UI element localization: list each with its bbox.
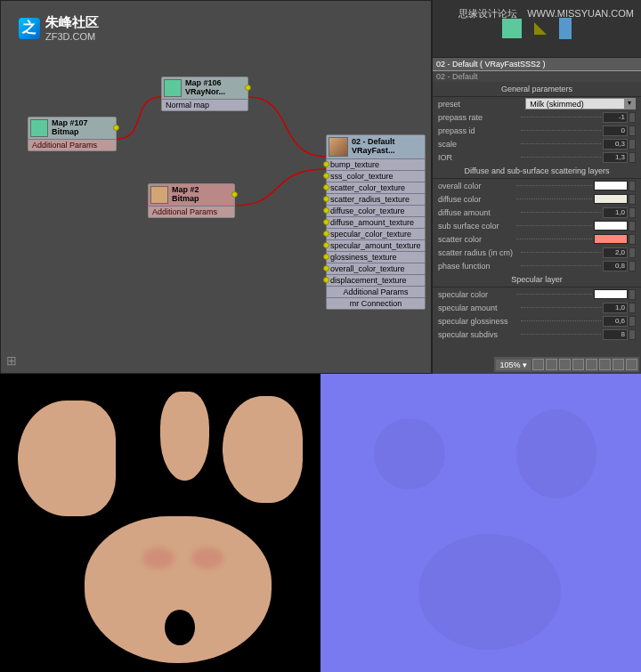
tool-icon[interactable] (626, 359, 637, 370)
color-swatch[interactable] (594, 289, 628, 299)
node-title: 02 - DefaultVRayFast... (352, 138, 395, 156)
param-label: scatter radius (in cm) (438, 248, 519, 257)
node-footer[interactable]: mr Connection (327, 297, 425, 309)
param-value-input[interactable]: 0 (603, 125, 628, 136)
navigator-icon[interactable]: ⊞ (6, 353, 17, 368)
param-row: sub surface color (433, 219, 641, 232)
output-socket[interactable] (113, 125, 119, 131)
material-preview-icon (329, 137, 348, 157)
param-value-input[interactable]: 2,0 (603, 247, 628, 258)
input-socket[interactable] (323, 207, 329, 214)
node-slot-normal[interactable]: Normal map (162, 99, 247, 110)
param-value-input[interactable]: 0,3 (603, 139, 628, 150)
param-value-input[interactable]: 1,0 (603, 207, 628, 218)
material-slot-diffuse_amount_texture[interactable]: diffuse_amount_texture (327, 216, 425, 228)
spinner-control[interactable] (629, 194, 636, 205)
param-row: scale0,3 (433, 137, 641, 150)
material-slot-scatter_color_texture[interactable]: scatter_color_texture (327, 182, 425, 193)
param-label: specular amount (438, 304, 519, 312)
input-socket[interactable] (323, 196, 329, 202)
node-editor-canvas[interactable]: 之 朱峰社区 ZF3D.COM Map #107Bitmap Additiona… (0, 0, 432, 374)
preset-dropdown[interactable]: Milk (skimmed) ▾ (525, 98, 636, 109)
spinner-control[interactable] (629, 316, 636, 327)
param-value-input[interactable]: 8 (603, 329, 628, 340)
material-slot-displacement_texture[interactable]: displacement_texture (327, 274, 425, 286)
sample-swatch[interactable] (559, 18, 572, 39)
spinner-control[interactable] (629, 152, 636, 163)
material-slot-specular_color_texture[interactable]: specular_color_texture (327, 228, 425, 239)
panel-title: 02 - Default ( VRayFastSSS2 ) (433, 58, 641, 71)
node-material-vrayfastsss[interactable]: 02 - DefaultVRayFast... bump_texturesss_… (326, 134, 426, 310)
pan-icon[interactable] (532, 359, 544, 370)
spinner-control[interactable] (629, 303, 636, 313)
spinner-control[interactable] (629, 289, 636, 300)
input-socket[interactable] (323, 184, 329, 190)
tool-icon[interactable] (613, 359, 624, 370)
node-footer[interactable]: Additional Params (149, 206, 234, 217)
sample-swatch[interactable] (534, 22, 547, 35)
node-title: Map #107Bitmap (52, 119, 88, 137)
param-label: IOR (438, 153, 519, 162)
node-bitmap-2[interactable]: Map #2Bitmap Additional Params (148, 183, 235, 218)
node-footer[interactable]: Additional Params (327, 286, 425, 297)
rollup-diffuse[interactable]: Diffuse and sub-surface scattering layer… (433, 164, 641, 179)
spinner-control[interactable] (629, 181, 636, 191)
param-value-input[interactable]: -1 (603, 112, 628, 123)
rollup-specular[interactable]: Specular layer (433, 272, 641, 287)
spinner-control[interactable] (629, 261, 636, 271)
param-row: IOR1,3 (433, 150, 641, 164)
tool-icon[interactable] (586, 359, 597, 370)
param-value-input[interactable]: 0,8 (603, 261, 628, 271)
input-socket[interactable] (323, 219, 329, 225)
node-normal-map[interactable]: Map #106VRayNor... Normal map (161, 77, 248, 111)
zoom-icon[interactable] (546, 359, 557, 370)
input-socket[interactable] (323, 277, 329, 283)
sample-swatch[interactable] (502, 19, 522, 38)
tool-icon[interactable] (599, 359, 611, 370)
material-slot-diffuse_color_texture[interactable]: diffuse_color_texture (327, 205, 425, 216)
logo-subtitle: ZF3D.COM (45, 31, 99, 42)
param-row: diffuse color (433, 192, 641, 206)
spinner-control[interactable] (629, 247, 636, 258)
material-slot-specular_amount_texture[interactable]: specular_amount_texture (327, 239, 425, 251)
param-value-input[interactable]: 1,0 (603, 303, 628, 313)
spinner-control[interactable] (629, 125, 636, 136)
param-label: scale (438, 140, 519, 149)
spinner-control[interactable] (629, 221, 636, 231)
color-swatch[interactable] (594, 181, 628, 190)
spinner-control[interactable] (629, 112, 636, 123)
input-socket[interactable] (323, 161, 329, 167)
material-slot-scatter_radius_texture[interactable]: scatter_radius_texture (327, 193, 425, 205)
node-bitmap-107[interactable]: Map #107Bitmap Additional Params (28, 117, 117, 151)
node-title: Map #2Bitmap (172, 186, 199, 204)
spinner-control[interactable] (629, 139, 636, 150)
material-slot-overall_color_texture[interactable]: overall_color_texture (327, 263, 425, 274)
param-label: prepass id (438, 126, 519, 135)
zoom-percent[interactable]: 105% ▾ (496, 360, 531, 370)
input-socket[interactable] (323, 242, 329, 248)
input-socket[interactable] (323, 173, 329, 179)
spinner-control[interactable] (629, 329, 636, 340)
node-title: Map #106VRayNor... (185, 79, 225, 97)
output-socket[interactable] (245, 85, 251, 91)
color-swatch[interactable] (594, 194, 628, 204)
color-swatch[interactable] (594, 234, 628, 244)
spinner-control[interactable] (629, 234, 636, 245)
rollup-general[interactable]: General parameters (433, 82, 641, 97)
param-row: overall color (433, 179, 641, 192)
material-slot-glossiness_texture[interactable]: glossiness_texture (327, 251, 425, 263)
param-row: scatter radius (in cm)2,0 (433, 246, 641, 259)
material-slot-bump_texture[interactable]: bump_texture (327, 158, 425, 170)
zoom-extents-icon[interactable] (559, 359, 571, 370)
material-slot-sss_color_texture[interactable]: sss_color_texture (327, 170, 425, 182)
spinner-control[interactable] (629, 207, 636, 218)
param-value-input[interactable]: 0,6 (603, 316, 628, 327)
color-swatch[interactable] (594, 221, 628, 231)
input-socket[interactable] (323, 231, 329, 237)
input-socket[interactable] (323, 265, 329, 271)
output-socket[interactable] (231, 191, 238, 198)
region-zoom-icon[interactable] (572, 359, 584, 370)
param-value-input[interactable]: 1,3 (603, 152, 628, 163)
node-footer[interactable]: Additional Params (28, 139, 116, 150)
input-socket[interactable] (323, 254, 329, 260)
